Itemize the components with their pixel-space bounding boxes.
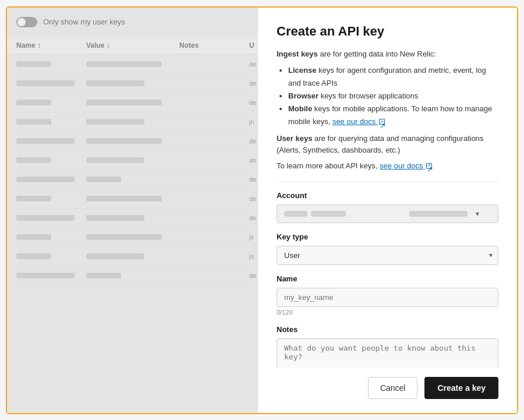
account-skeleton-3 [409, 211, 468, 217]
col-name: Name ↕ [16, 41, 86, 50]
account-skeleton-1 [284, 211, 307, 217]
cancel-button[interactable]: Cancel [368, 377, 418, 399]
table-row: js [16, 228, 248, 247]
account-field-group: Account ▾ [277, 191, 498, 223]
external-link-icon-2: ↗ [426, 163, 432, 169]
value-skeleton [86, 215, 144, 221]
table-row: de [16, 266, 248, 285]
row-label: de [249, 137, 257, 144]
bullet-browser: Browser keys for browser applications [288, 90, 498, 103]
account-label: Account [277, 191, 498, 200]
name-char-count: 0/120 [277, 309, 498, 316]
account-select-wrapper: ▾ [277, 204, 498, 223]
row-label: de [249, 214, 257, 221]
row-label: js [249, 253, 257, 260]
row-label: de [249, 80, 257, 87]
create-api-key-dialog: Create an API key Ingest keys are for ge… [257, 8, 517, 413]
dialog-title: Create an API key [277, 24, 498, 39]
bullet-mobile: Mobile keys for mobile applications. To … [288, 103, 498, 128]
name-skeleton [16, 100, 51, 105]
row-label: de [249, 176, 257, 183]
value-skeleton [86, 157, 144, 163]
name-skeleton [16, 196, 51, 202]
main-container: Only show my user keys Name ↕ Value ↕ No… [6, 6, 518, 414]
table-header: Name ↕ Value ↕ Notes U [7, 37, 257, 55]
row-label: js [249, 234, 257, 241]
ingest-bullets: License keys for agent configuration and… [288, 64, 498, 128]
divider [277, 181, 498, 182]
dialog-footer: Cancel Create a key [277, 368, 498, 399]
table-row: de [16, 132, 248, 151]
row-label: de [249, 272, 257, 279]
account-chevron-icon: ▾ [476, 210, 479, 218]
key-type-field-group: Key type User Ingest - License Ingest - … [277, 232, 498, 265]
key-type-label: Key type [277, 232, 498, 241]
key-type-select-wrapper: User Ingest - License Ingest - Browser ▾ [277, 246, 498, 265]
key-type-select[interactable]: User Ingest - License Ingest - Browser [277, 246, 498, 265]
col-value: Value ↕ [86, 41, 179, 50]
col-u: U [249, 41, 257, 50]
value-skeleton [86, 177, 121, 182]
value-skeleton [86, 253, 144, 259]
name-skeleton [16, 253, 51, 259]
name-skeleton [16, 61, 51, 67]
notes-label: Notes [277, 325, 498, 334]
table-row: de [16, 189, 248, 209]
col-notes: Notes [179, 41, 249, 50]
value-skeleton [86, 196, 162, 202]
row-label: de [249, 195, 257, 202]
row-label: jn [249, 118, 257, 125]
mobile-docs-link[interactable]: see our docs ↗ [332, 117, 385, 126]
show-my-keys-toggle[interactable] [16, 17, 37, 27]
name-input[interactable] [277, 288, 498, 307]
table-row: jn [16, 112, 248, 132]
account-skeleton-2 [311, 211, 346, 217]
bullet-license: License keys for agent configuration and… [288, 64, 498, 90]
ingest-intro: Ingest keys are for getting data into Ne… [277, 48, 498, 60]
table-row: de [16, 93, 248, 112]
table-rows: de de de jn [7, 55, 257, 285]
create-key-button[interactable]: Create a key [424, 377, 498, 399]
table-row: ab [16, 151, 248, 170]
account-select[interactable]: ▾ [277, 204, 498, 223]
value-skeleton [86, 138, 162, 144]
row-label: de [249, 99, 257, 106]
toggle-row: Only show my user keys [7, 17, 257, 37]
row-label: ab [249, 157, 257, 164]
name-skeleton [16, 157, 51, 163]
dialog-body: Ingest keys are for getting data into Ne… [277, 48, 498, 368]
table-row: de [16, 209, 248, 228]
name-skeleton [16, 80, 75, 86]
user-keys-intro: User keys are for querying data and mana… [277, 133, 498, 156]
value-skeleton [86, 100, 162, 105]
table-row: de [16, 55, 248, 74]
toggle-label: Only show my user keys [43, 17, 125, 26]
name-label: Name [277, 274, 498, 283]
table-row: js [16, 247, 248, 266]
notes-textarea[interactable] [277, 338, 498, 368]
name-skeleton [16, 215, 75, 221]
value-skeleton [86, 234, 162, 240]
value-skeleton [86, 61, 162, 67]
name-field-group: Name 0/120 [277, 274, 498, 316]
value-skeleton [86, 273, 121, 278]
row-label: de [249, 61, 257, 68]
learn-more-text: To learn more about API keys, see our do… [277, 160, 498, 172]
left-panel: Only show my user keys Name ↕ Value ↕ No… [7, 8, 257, 413]
notes-field-group: Notes 0/120 [277, 325, 498, 368]
value-skeleton [86, 119, 144, 125]
name-skeleton [16, 273, 75, 278]
table-row: de [16, 170, 248, 189]
name-skeleton [16, 138, 75, 144]
external-link-icon: ↗ [379, 119, 385, 125]
table-row: de [16, 74, 248, 93]
api-keys-docs-link[interactable]: see our docs ↗ [380, 161, 432, 170]
name-skeleton [16, 234, 51, 240]
name-skeleton [16, 119, 51, 125]
value-skeleton [86, 80, 144, 86]
name-skeleton [16, 177, 75, 182]
